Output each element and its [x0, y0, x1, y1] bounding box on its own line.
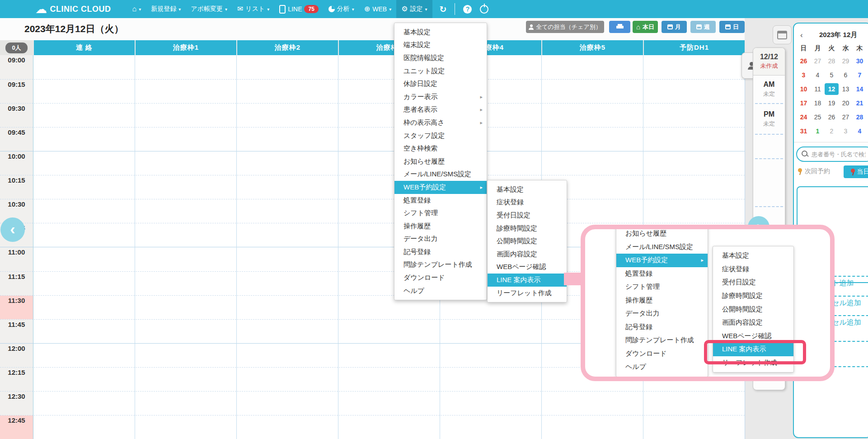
calendar-day-10[interactable]: 10	[797, 83, 811, 95]
menu-item-データ出力[interactable]: データ出力	[616, 307, 708, 321]
patient-search-input[interactable]	[811, 151, 867, 158]
menu-item-ヘルプ[interactable]: ヘルプ	[394, 284, 487, 297]
menu-item-処置登録[interactable]: 処置登録	[616, 267, 708, 281]
scroll-left-button[interactable]: ‹	[0, 217, 25, 242]
calendar-day-27[interactable]: 27	[811, 55, 825, 67]
calendar-day-18[interactable]: 18	[811, 97, 825, 109]
slot-row[interactable]: 09:15	[0, 79, 745, 103]
menu-item-記号登録[interactable]: 記号登録	[616, 321, 708, 334]
menu-item-画面内容設定[interactable]: 画面内容設定	[713, 316, 793, 330]
menu-item-受付日設定[interactable]: 受付日設定	[713, 276, 793, 289]
calendar-day-28[interactable]: 28	[825, 55, 839, 67]
calendar-day-14[interactable]: 14	[853, 83, 867, 95]
slot-row[interactable]: 12:30	[0, 391, 745, 415]
calendar-day-29[interactable]: 29	[839, 55, 853, 67]
week-view-button[interactable]: 週	[690, 21, 716, 33]
nav-item-設定[interactable]: ⚙設定▾	[396, 0, 432, 18]
menu-item-問診テンプレート作成[interactable]: 問診テンプレート作成	[616, 334, 708, 347]
calendar-day-4[interactable]: 4	[811, 69, 825, 81]
nav-item-WEB[interactable]: ⊕WEB▾	[359, 0, 396, 18]
menu-item-端末設定[interactable]: 端末設定	[394, 39, 487, 52]
calendar-prev-button[interactable]: ‹	[800, 31, 803, 40]
menu-item-メール/LINE/SMS設定[interactable]: メール/LINE/SMS設定	[394, 168, 487, 181]
slot-row[interactable]: 09:00	[0, 55, 745, 79]
menu-item-お知らせ履歴[interactable]: お知らせ履歴	[394, 155, 487, 168]
menu-item-枠の表示高さ[interactable]: 枠の表示高さ▸	[394, 116, 487, 129]
power-icon[interactable]	[480, 5, 488, 14]
nav-item-分析[interactable]: 分析▾	[324, 0, 359, 18]
menu-item-操作履歴[interactable]: 操作履歴	[394, 220, 487, 233]
menu-item-画面内容設定[interactable]: 画面内容設定	[488, 248, 567, 261]
calendar-day-3[interactable]: 3	[839, 125, 853, 137]
calendar-day-6[interactable]: 6	[839, 69, 853, 81]
calendar-day-2[interactable]: 2	[825, 125, 839, 137]
menu-item-ユニット設定[interactable]: ユニット設定	[394, 65, 487, 78]
slot-row[interactable]: 09:45	[0, 127, 745, 151]
menu-item-お知らせ履歴[interactable]: お知らせ履歴	[616, 227, 708, 241]
menu-item-基本設定[interactable]: 基本設定	[488, 183, 567, 196]
slot-row[interactable]: 09:30	[0, 103, 745, 127]
menu-item-診療時間設定[interactable]: 診療時間設定	[713, 289, 793, 303]
nav-item-LINE[interactable]: LINE75	[274, 0, 323, 18]
calendar-day-13[interactable]: 13	[839, 83, 853, 95]
calendar-day-3[interactable]: 3	[797, 69, 811, 81]
menu-item-受付日設定[interactable]: 受付日設定	[488, 209, 567, 222]
menu-item-患者名表示[interactable]: 患者名表示▸	[394, 104, 487, 117]
menu-item-操作履歴[interactable]: 操作履歴	[616, 294, 708, 307]
menu-item-空き枠検索[interactable]: 空き枠検索	[394, 142, 487, 155]
add-slot-button[interactable]: セル追加	[832, 318, 861, 327]
help-icon[interactable]: ?	[463, 5, 472, 14]
calendar-day-4[interactable]: 4	[853, 125, 867, 137]
calendar-day-28[interactable]: 28	[853, 111, 867, 123]
slot-row[interactable]: 10:15	[0, 175, 745, 199]
calendar-day-24[interactable]: 24	[797, 111, 811, 123]
slot-row[interactable]: 10:00	[0, 151, 745, 175]
calendar-day-21[interactable]: 21	[853, 97, 867, 109]
mini-calendar-tab[interactable]	[773, 25, 792, 44]
day-view-button[interactable]: 日	[719, 21, 745, 33]
calendar-day-30[interactable]: 30	[853, 55, 867, 67]
menu-item-症状登録[interactable]: 症状登録	[488, 196, 567, 209]
menu-item-公開時間設定[interactable]: 公開時間設定	[713, 302, 793, 316]
nav-item-アポ帳変更[interactable]: アポ帳変更▾	[186, 0, 232, 18]
month-view-button[interactable]: 月	[662, 21, 687, 33]
calendar-day-11[interactable]: 11	[811, 83, 825, 95]
menu-item-ダウンロード[interactable]: ダウンロード	[616, 347, 708, 361]
menu-item-シフト管理[interactable]: シフト管理	[394, 207, 487, 220]
menu-item-記号登録[interactable]: 記号登録	[394, 245, 487, 259]
menu-item-基本設定[interactable]: 基本設定	[713, 249, 793, 263]
nav-item-リスト[interactable]: ✉リスト▾	[232, 0, 274, 18]
calendar-day-1[interactable]: 1	[811, 125, 825, 137]
menu-item-WEB予約設定[interactable]: WEB予約設定▸	[616, 254, 708, 267]
calendar-day-5[interactable]: 5	[825, 69, 839, 81]
nav-item-新規登録[interactable]: 新規登録▾	[146, 0, 186, 18]
print-button[interactable]	[609, 21, 630, 33]
today-button[interactable]: ⌂ 本日	[633, 21, 658, 33]
refresh-icon[interactable]: ↻	[440, 4, 447, 14]
slot-row[interactable]: 12:45	[0, 415, 745, 439]
calendar-day-20[interactable]: 20	[839, 97, 853, 109]
menu-item-シフト管理[interactable]: シフト管理	[616, 280, 708, 294]
slot-row[interactable]: 10:30	[0, 199, 745, 223]
calendar-day-27[interactable]: 27	[839, 111, 853, 123]
menu-item-カラー表示[interactable]: カラー表示▸	[394, 90, 487, 104]
nav-item-home[interactable]: ⌂▾	[127, 0, 146, 18]
menu-item-LINE 案内表示[interactable]: LINE 案内表示	[488, 274, 567, 287]
brand-logo[interactable]: ☁ CLINIC CLOUD	[0, 3, 111, 15]
menu-item-スタッフ設定[interactable]: スタッフ設定	[394, 129, 487, 142]
menu-item-リーフレット作成[interactable]: リーフレット作成	[488, 287, 567, 300]
menu-item-ヘルプ[interactable]: ヘルプ	[616, 360, 708, 374]
menu-item-問診テンプレート作成[interactable]: 問診テンプレート作成	[394, 259, 487, 272]
menu-item-医院情報設定[interactable]: 医院情報設定	[394, 52, 487, 65]
menu-item-休診日設定[interactable]: 休診日設定	[394, 77, 487, 90]
calendar-day-25[interactable]: 25	[811, 111, 825, 123]
menu-item-WEB予約設定[interactable]: WEB予約設定▸	[394, 181, 487, 194]
menu-item-診療時間設定[interactable]: 診療時間設定	[488, 222, 567, 235]
add-slot-button[interactable]: セル追加	[832, 298, 861, 308]
menu-item-基本設定[interactable]: 基本設定	[394, 26, 487, 39]
menu-item-データ出力[interactable]: データ出力	[394, 233, 487, 246]
calendar-day-17[interactable]: 17	[797, 97, 811, 109]
staff-filter-button[interactable]: 全ての担当（チェア別）	[526, 21, 604, 33]
calendar-day-26[interactable]: 26	[825, 111, 839, 123]
calendar-day-19[interactable]: 19	[825, 97, 839, 109]
